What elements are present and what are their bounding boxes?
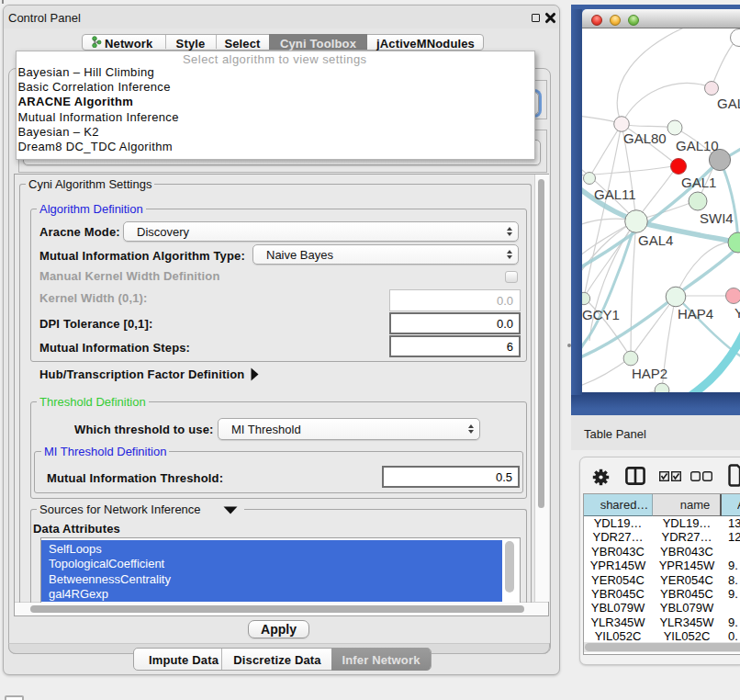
svg-text:GAL10: GAL10 (676, 138, 719, 153)
svg-text:GAL80: GAL80 (623, 130, 667, 146)
svg-text:GCY1: GCY1 (582, 307, 620, 322)
svg-text:HAP4: HAP4 (678, 306, 713, 322)
svg-text:GAL2: GAL2 (717, 96, 740, 111)
svg-text:SWI4: SWI4 (700, 210, 734, 226)
svg-text:GAL4: GAL4 (638, 232, 673, 248)
svg-text:HAP2: HAP2 (632, 366, 667, 381)
svg-text:GAL1: GAL1 (681, 175, 716, 190)
svg-text:GAL11: GAL11 (594, 186, 636, 202)
svg-text:Y: Y (734, 305, 740, 321)
